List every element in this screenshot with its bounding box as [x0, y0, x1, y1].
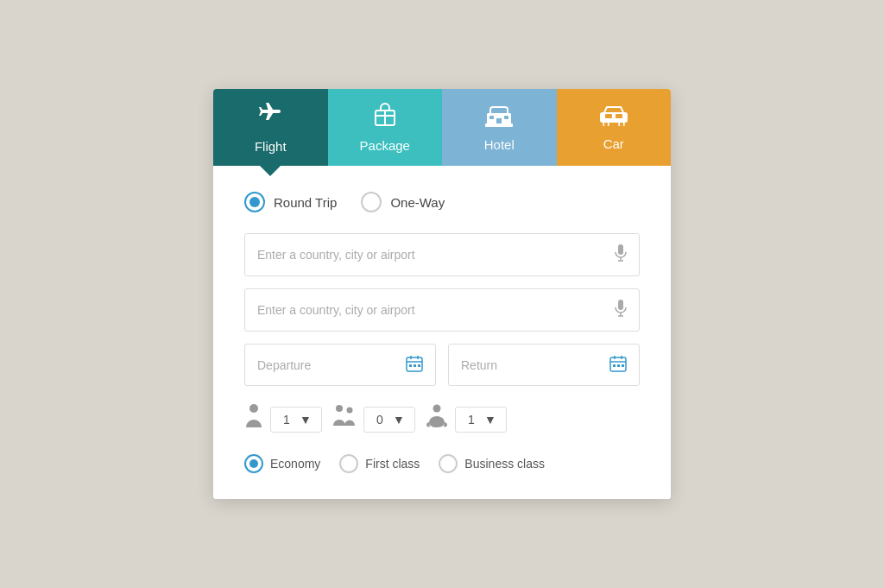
hotel-icon [485, 103, 513, 130]
svg-point-10 [603, 122, 609, 126]
calendar-return-icon [609, 355, 627, 375]
form-area: Round Trip One-Way [213, 166, 671, 499]
tab-package-label: Package [360, 138, 410, 153]
first-class-radio[interactable] [339, 454, 358, 473]
departure-field[interactable]: Departure [244, 344, 436, 386]
one-way-radio[interactable] [361, 192, 382, 212]
infant-count: 1 [464, 413, 478, 427]
infant-icon [426, 403, 448, 435]
child-count: 0 [373, 413, 387, 427]
business-class-label: Business class [464, 457, 545, 471]
tab-car-label: Car [603, 136, 624, 151]
round-trip-radio[interactable] [244, 192, 265, 212]
destination-input[interactable] [257, 303, 615, 317]
mic-icon-destination [615, 300, 627, 320]
adult-count: 1 [280, 413, 294, 427]
passengers-row: 1 ▼ 0 ▼ [244, 403, 640, 435]
svg-rect-26 [418, 364, 420, 367]
economy-label: Economy [270, 457, 320, 471]
mic-icon-origin [615, 244, 627, 265]
first-class-label: First class [365, 457, 420, 471]
infant-pax-group: 1 ▼ [426, 403, 507, 435]
child-icon [332, 403, 357, 435]
tab-flight-label: Flight [255, 139, 287, 154]
tab-hotel-label: Hotel [484, 137, 515, 152]
return-placeholder: Return [461, 358, 497, 372]
adult-select[interactable]: 1 ▼ [270, 407, 322, 433]
svg-rect-6 [489, 116, 494, 119]
business-class-option[interactable]: Business class [439, 454, 545, 473]
tab-package[interactable]: Package [328, 89, 443, 166]
origin-input[interactable] [257, 248, 615, 262]
class-group: Economy First class Business class [244, 454, 640, 473]
flight-icon [256, 101, 284, 132]
svg-rect-17 [618, 300, 623, 310]
svg-rect-24 [409, 364, 412, 367]
first-class-option[interactable]: First class [339, 454, 420, 473]
business-class-radio[interactable] [439, 454, 458, 473]
child-pax-group: 0 ▼ [332, 403, 415, 435]
date-row: Departure Return [244, 344, 640, 386]
adult-icon [244, 403, 263, 435]
return-field[interactable]: Return [448, 344, 640, 386]
svg-rect-33 [622, 364, 624, 367]
child-chevron: ▼ [392, 413, 406, 427]
svg-point-11 [619, 122, 624, 126]
svg-rect-8 [485, 123, 513, 127]
tab-flight[interactable]: Flight [213, 89, 328, 166]
svg-rect-7 [504, 116, 508, 119]
origin-field[interactable] [244, 233, 640, 276]
child-select[interactable]: 0 ▼ [363, 407, 415, 433]
adult-pax-group: 1 ▼ [244, 403, 322, 435]
one-way-option[interactable]: One-Way [361, 192, 445, 212]
trip-type-group: Round Trip One-Way [244, 192, 640, 212]
svg-rect-31 [613, 364, 616, 367]
svg-rect-9 [600, 112, 628, 123]
infant-chevron: ▼ [483, 413, 497, 427]
tab-hotel[interactable]: Hotel [442, 89, 557, 166]
destination-field[interactable] [244, 288, 640, 332]
economy-option[interactable]: Economy [244, 454, 320, 473]
svg-point-37 [433, 405, 441, 413]
svg-rect-14 [618, 244, 623, 255]
svg-point-36 [347, 408, 353, 414]
departure-placeholder: Departure [257, 358, 311, 372]
economy-radio[interactable] [244, 454, 263, 473]
round-trip-label: Round Trip [274, 195, 337, 210]
svg-point-35 [336, 405, 343, 412]
svg-rect-32 [617, 364, 620, 367]
package-icon [372, 102, 398, 131]
one-way-label: One-Way [390, 195, 445, 210]
adult-chevron: ▼ [299, 413, 313, 427]
car-icon [599, 104, 628, 130]
infant-select[interactable]: 1 ▼ [455, 407, 507, 433]
svg-point-34 [249, 404, 258, 413]
svg-rect-25 [414, 364, 416, 367]
booking-card: Flight Package [213, 89, 671, 499]
tab-car[interactable]: Car [557, 89, 672, 166]
round-trip-option[interactable]: Round Trip [244, 192, 337, 212]
calendar-departure-icon [406, 355, 423, 375]
svg-rect-12 [605, 114, 612, 118]
svg-rect-13 [616, 114, 622, 118]
tab-bar: Flight Package [213, 89, 671, 166]
